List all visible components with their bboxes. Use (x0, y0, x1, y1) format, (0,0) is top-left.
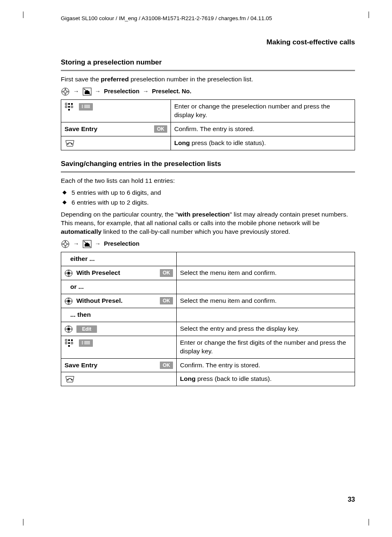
cell-keys (61, 100, 171, 122)
arrow-icon: → (73, 88, 79, 96)
svg-rect-32 (65, 342, 67, 344)
list-item: 5 entries with up to 6 digits, and (61, 189, 355, 197)
heading-saving: Saving/changing entries in the preselect… (61, 159, 363, 169)
text: press (back to idle status). (190, 139, 266, 146)
heading-rule (61, 70, 355, 71)
arrow-icon: → (143, 88, 149, 96)
without-presel-label: Without Presel. (76, 297, 123, 304)
cell-keys: With Preselect OK (61, 266, 177, 280)
cell-desc: Confirm. The entry is stored. (177, 358, 355, 372)
table-row: Save Entry OK Confirm. The entry is stor… (61, 358, 355, 372)
nav-key-icon (65, 297, 73, 305)
procedure-table-1: Enter or change the preselection number … (61, 99, 355, 150)
paragraph: First save the preferred preselection nu… (61, 75, 355, 84)
svg-rect-10 (68, 109, 70, 111)
table-row: Enter or change the preselection number … (61, 100, 355, 122)
house-strike-icon (83, 240, 92, 248)
hangup-key-icon (65, 139, 75, 148)
cell-keys (61, 136, 171, 150)
crop-mark (369, 519, 369, 525)
cell-desc: Select the menu item and confirm. (177, 294, 355, 308)
text: preselection number in the preselection … (129, 76, 253, 83)
cell-keys (61, 336, 177, 358)
text-bold: preferred (101, 76, 129, 83)
or-label: or ... (61, 280, 177, 294)
svg-point-1 (64, 90, 67, 93)
crop-mark (369, 12, 369, 18)
text-bold: automatically (61, 228, 101, 235)
paragraph: Depending on the particular country, the… (61, 210, 355, 236)
table-row: Edit Select the entry and press the disp… (61, 322, 355, 336)
svg-rect-28 (67, 328, 70, 330)
procedure-table-2: either ... With Preselect OK Select the … (61, 252, 355, 386)
table-row: Save Entry OK Confirm. The entry is stor… (61, 122, 355, 136)
list-softkey-icon (79, 103, 93, 111)
menu-item: Preselection (104, 88, 139, 96)
cell-desc: Confirm. The entry is stored. (171, 122, 355, 136)
table-row: Enter or change the first digits of the … (61, 336, 355, 358)
cell-keys: Edit (61, 322, 177, 336)
svg-point-17 (67, 143, 69, 145)
cell-desc: Enter or change the first digits of the … (177, 336, 355, 358)
hangup-key-icon (65, 375, 75, 383)
svg-rect-6 (71, 103, 73, 105)
arrow-icon: → (95, 88, 101, 96)
menu-path: → → Preselection (61, 240, 355, 249)
table-row: Without Presel. OK Select the menu item … (61, 294, 355, 308)
svg-rect-5 (68, 103, 70, 105)
svg-rect-8 (68, 106, 70, 108)
nav-key-icon (65, 270, 73, 277)
ok-softkey: OK (154, 125, 167, 133)
list-item: 6 entries with up to 2 digits. (61, 198, 355, 207)
svg-rect-31 (71, 339, 73, 341)
text: Depending on the particular country, the… (61, 211, 178, 218)
cell-desc: Long press (back to idle status). (171, 136, 355, 150)
text-bold: Long (174, 139, 190, 146)
table-row: or ... (61, 280, 355, 294)
cell-empty (177, 252, 355, 266)
svg-point-18 (71, 143, 73, 145)
svg-rect-30 (68, 339, 70, 341)
text: First save the (61, 76, 101, 83)
svg-rect-33 (68, 342, 70, 344)
save-entry-label: Save Entry (65, 361, 97, 370)
either-label: either ... (61, 252, 177, 266)
cell-desc: Enter or change the preselection number … (171, 100, 355, 122)
svg-rect-26 (67, 300, 70, 302)
text-bold: with preselection (178, 211, 230, 218)
keypad-icon (65, 339, 74, 348)
cell-desc: Select the menu item and confirm. (177, 266, 355, 280)
cell-keys: Save Entry OK (61, 358, 177, 372)
cell-desc: Select the entry and press the display k… (177, 322, 355, 336)
svg-point-20 (64, 243, 67, 246)
svg-rect-4 (65, 103, 67, 105)
heading-rule (61, 171, 355, 173)
cell-empty (177, 308, 355, 322)
table-row: ... then (61, 308, 355, 322)
section-title: Making cost-effective calls (41, 38, 355, 47)
edit-softkey: Edit (76, 325, 97, 333)
with-preselect-label: With Preselect (76, 269, 120, 276)
paragraph: Each of the two lists can hold 11 entrie… (61, 177, 355, 185)
ok-softkey: OK (160, 362, 173, 369)
arrow-icon: → (73, 240, 79, 248)
keypad-icon (65, 102, 74, 111)
table-row: either ... (61, 252, 355, 266)
svg-rect-7 (65, 106, 67, 108)
page-number: 33 (348, 495, 355, 504)
document-header: Gigaset SL100 colour / IM_eng / A31008-M… (61, 15, 363, 22)
arrow-icon: → (95, 240, 101, 248)
crop-mark (23, 12, 23, 18)
list-softkey-icon (79, 339, 93, 347)
cell-empty (177, 280, 355, 294)
page: Gigaset SL100 colour / IM_eng / A31008-M… (0, 0, 392, 537)
svg-rect-9 (71, 106, 73, 108)
svg-point-42 (67, 379, 69, 380)
text: press (back to idle status). (196, 375, 272, 382)
svg-rect-24 (67, 272, 70, 274)
control-key-icon (61, 240, 70, 249)
svg-rect-34 (71, 342, 73, 344)
menu-item: Preselect. No. (152, 88, 191, 96)
cell-desc: Long press (back to idle status). (177, 372, 355, 386)
svg-rect-29 (65, 339, 67, 341)
